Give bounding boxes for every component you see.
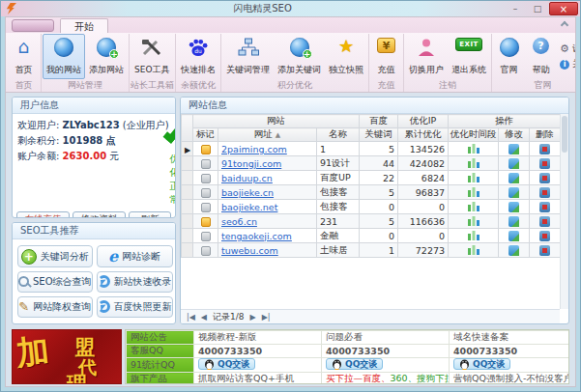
ribbon-button[interactable]: ?帮助 xyxy=(525,34,557,79)
agent-join-banner[interactable]: 加盟代理 xyxy=(12,329,122,384)
ribbon-button[interactable]: +添加关键词 xyxy=(274,34,325,79)
ribbon-button[interactable]: 官网 xyxy=(493,34,525,79)
announcement-cell[interactable]: 4000733350 xyxy=(194,345,322,358)
mark-icon[interactable] xyxy=(201,188,211,198)
modify-button[interactable] xyxy=(508,231,519,241)
prev-page-button[interactable]: ◀ xyxy=(201,313,207,322)
seo-tool-button[interactable]: SEO综合查询 xyxy=(17,271,93,292)
announcement-cell[interactable]: 营销QQ强制接入-不怕没客户 xyxy=(450,373,570,385)
delete-button[interactable] xyxy=(539,144,550,154)
mark-icon[interactable] xyxy=(201,174,211,183)
mark-icon[interactable] xyxy=(201,159,211,169)
qq-chat-button[interactable]: QQ交谈 xyxy=(326,358,383,370)
time-period-button[interactable] xyxy=(467,174,480,184)
mark-icon[interactable] xyxy=(201,203,211,212)
delete-button[interactable] xyxy=(539,231,550,241)
time-period-button[interactable] xyxy=(467,203,480,213)
ribbon-button[interactable]: 我的网站 xyxy=(43,34,85,79)
delete-button[interactable] xyxy=(539,158,550,169)
time-period-button[interactable] xyxy=(467,217,480,228)
vertical-scrollbar[interactable] xyxy=(560,114,568,309)
modify-button[interactable] xyxy=(508,245,519,256)
modify-button[interactable] xyxy=(508,173,519,183)
ribbon-button[interactable]: du快速排名 xyxy=(177,34,219,79)
col-url[interactable]: 网址▲ xyxy=(218,128,317,142)
scrollbar-thumb[interactable] xyxy=(562,116,567,153)
edit-profile-button[interactable]: 修改资料 xyxy=(73,211,126,218)
ribbon-button[interactable]: ⌂首页 xyxy=(8,34,40,79)
ribbon-button[interactable]: ¥充值 xyxy=(370,34,402,79)
site-link[interactable]: tengaokeji.com xyxy=(221,231,292,241)
time-period-button[interactable] xyxy=(467,159,480,170)
ribbon-button[interactable]: +添加网站 xyxy=(85,34,128,79)
col-delete[interactable]: 删除 xyxy=(530,128,560,142)
site-row[interactable]: 91tongji.com91设计44424082 xyxy=(182,156,561,171)
site-row[interactable]: tengaokeji.com金融00 xyxy=(182,229,561,243)
announcement-cell[interactable]: 视频教程-新版 xyxy=(194,331,322,345)
mark-icon[interactable] xyxy=(201,145,211,154)
announcement-cell[interactable]: 抓取网站访客QQ+手机 xyxy=(194,373,322,385)
last-page-button[interactable]: ▶| xyxy=(262,313,271,322)
seo-tool-button[interactable]: 百度快照更新 xyxy=(97,296,173,318)
delete-button[interactable] xyxy=(539,202,550,212)
mark-icon[interactable] xyxy=(201,246,211,256)
site-link[interactable]: 91tongji.com xyxy=(221,158,281,169)
delete-button[interactable] xyxy=(539,245,550,256)
modify-button[interactable] xyxy=(508,202,519,212)
ribbon-small-button[interactable]: i关于 xyxy=(560,58,575,70)
announcement-cell[interactable]: 问题必看 xyxy=(322,331,450,345)
seo-tool-button[interactable]: e网站诊断 xyxy=(97,245,173,267)
site-row[interactable]: seo6.cn2315116636 xyxy=(182,214,561,229)
minimize-button[interactable]: – xyxy=(505,2,526,15)
next-page-button[interactable]: ▶ xyxy=(250,313,256,322)
ribbon-button[interactable]: SEO工具 xyxy=(131,34,173,79)
tab-start[interactable]: 开始 xyxy=(60,18,108,33)
site-link[interactable]: 2paiming.com xyxy=(221,144,287,154)
modify-button[interactable] xyxy=(508,216,519,227)
online-recharge-button[interactable]: 在线充值 xyxy=(16,211,70,218)
time-period-button[interactable] xyxy=(467,232,480,242)
site-link[interactable]: baojieke.cn xyxy=(221,187,274,198)
mark-icon[interactable] xyxy=(201,217,211,227)
delete-button[interactable] xyxy=(539,173,550,183)
col-period[interactable]: 优化时间段 xyxy=(449,128,499,142)
site-row[interactable]: tuwebu.com土味居172273 xyxy=(182,243,561,258)
delete-button[interactable] xyxy=(539,216,550,227)
site-row[interactable]: ▶2paiming.com15134526 xyxy=(182,142,561,156)
col-name[interactable]: 名称 xyxy=(317,128,360,142)
site-link[interactable]: tuwebu.com xyxy=(221,245,278,256)
ribbon-button[interactable]: 切换用户 xyxy=(405,34,448,79)
app-menu-button[interactable] xyxy=(12,19,54,32)
site-link[interactable]: seo6.cn xyxy=(221,216,257,227)
first-page-button[interactable]: |◀ xyxy=(187,313,195,322)
modify-button[interactable] xyxy=(508,187,519,198)
announcement-cell[interactable]: 4000733350 xyxy=(450,345,570,358)
maximize-button[interactable]: □ xyxy=(527,2,548,15)
site-link[interactable]: baojieke.net xyxy=(221,202,277,212)
announcement-link[interactable]: 买下拉—百度、360、搜狗下拉框 xyxy=(322,373,450,385)
time-period-button[interactable] xyxy=(467,188,480,199)
ribbon-small-button[interactable]: ⚙设置 xyxy=(560,42,575,55)
seo-tool-button[interactable]: ✎网站降权查询 xyxy=(17,296,93,318)
qq-chat-button[interactable]: QQ交谈 xyxy=(198,358,255,370)
site-row[interactable]: baojieke.cn包接客596837 xyxy=(182,185,561,200)
ribbon-collapse-icon[interactable] xyxy=(561,21,568,29)
col-mark[interactable]: 标记 xyxy=(193,128,218,142)
seo-tool-button[interactable]: +关键词分析 xyxy=(17,245,93,267)
site-link[interactable]: baiduup.cn xyxy=(221,173,273,183)
col-kw[interactable]: 关键词 xyxy=(360,128,398,142)
mark-icon[interactable] xyxy=(201,232,211,241)
close-button[interactable]: × xyxy=(549,2,578,15)
time-period-button[interactable] xyxy=(467,145,480,155)
site-row[interactable]: baiduup.cn百度UP226824 xyxy=(182,171,561,185)
seo-tool-button[interactable]: 新站快速收录 xyxy=(97,271,173,292)
qq-chat-button[interactable]: QQ交谈 xyxy=(453,358,510,370)
ribbon-button[interactable]: ★独立快照 xyxy=(325,34,367,79)
col-total[interactable]: 累计优化 xyxy=(398,128,449,142)
ribbon-button[interactable]: EXIT退出系统 xyxy=(448,34,490,79)
modify-button[interactable] xyxy=(508,158,519,169)
delete-button[interactable] xyxy=(539,187,550,198)
announcement-cell[interactable]: 域名快速备案 xyxy=(450,331,570,345)
site-row[interactable]: baojieke.net包接客00 xyxy=(182,200,561,214)
announcement-cell[interactable]: 4000733350 xyxy=(322,345,450,358)
